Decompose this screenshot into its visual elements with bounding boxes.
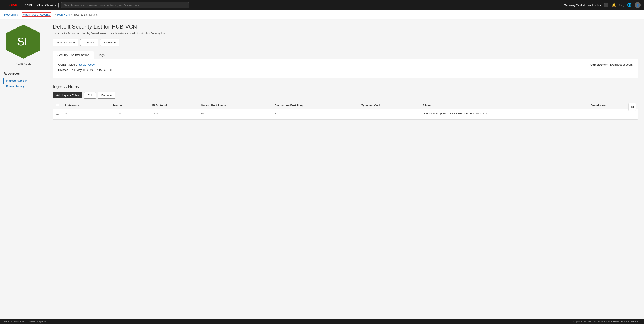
left-sidebar: SL AVAILABLE Resources Ingress Rules (4)… [0,19,47,124]
created-label: Created: [58,68,70,72]
add-tags-button[interactable]: Add tags [80,39,98,46]
breadcrumb-vcn[interactable]: Virtual cloud networks [22,12,51,17]
info-row-ocid: OCID: ...jyak5q Show Copy Compartment: I… [58,63,633,66]
resources-section: Resources Ingress Rules (4) Egress Rules… [4,72,44,89]
top-nav: ☰ ORACLE Cloud Cloud Classic › Germany C… [0,0,644,10]
nav-right: Germany Central (Frankfurt) ▾ ⬛ 🔔 ? 🌐 👤 [564,2,640,8]
ocid-show-link[interactable]: Show [79,63,86,66]
oracle-logo: ORACLE Cloud [10,4,32,7]
compartment-label: Compartment: [590,63,609,66]
help-icon[interactable]: ? [619,3,624,8]
globe-icon[interactable]: 🌐 [627,3,632,8]
hexagon-icon: SL [6,24,40,58]
resources-label: Resources [4,72,44,75]
breadcrumb-hubvcn[interactable]: HUB-VCN [57,13,70,16]
ocid-label: OCID: [58,63,66,66]
row-allows: TCP traffic for ports: 22 SSH Remote Log… [420,109,587,119]
terminate-button[interactable]: Terminate [100,39,119,46]
th-source: Source [110,102,150,109]
sort-arrow-icon: ▾ [78,104,79,106]
sidebar-item-ingress-rules[interactable]: Ingress Rules (4) [4,78,44,84]
table-header-row: Stateless ▾ Source IP Protocol Source Po… [53,102,638,109]
content-area: Default Security List for HUB-VCN Instan… [47,19,644,124]
avatar[interactable]: 👤 [634,2,640,8]
row-checkbox[interactable] [56,112,59,115]
search-input[interactable] [61,2,189,8]
resource-icon-container: SL [5,24,42,60]
row-checkbox-cell [53,109,62,119]
sidebar-item-egress-rules[interactable]: Egress Rules (1) [4,84,44,89]
created-block: Created: Thu, May 16, 2024, 07:15:04 UTC [58,68,112,72]
cloud-classic-button[interactable]: Cloud Classic › [34,2,58,8]
ocid-copy-link[interactable]: Copy [88,63,94,66]
th-allows: Allows [420,102,587,109]
th-dest-port-range: Destination Port Range [272,102,358,109]
row-source: 0.0.0.0/0 [110,109,150,119]
th-ip-protocol: IP Protocol [149,102,198,109]
row-source-port-range: All [198,109,272,119]
chevron-down-icon: ▾ [600,4,601,7]
row-dest-port-range: 22 [272,109,358,119]
page-title: Default Security List for HUB-VCN [53,24,638,30]
cursor-indicator: ↑ [52,14,54,16]
column-settings-button[interactable]: ⊞ [628,103,636,111]
th-checkbox [53,102,62,109]
row-ip-protocol: TCP [149,109,198,119]
monitor-icon[interactable]: ⬛ [604,3,608,8]
main-layout: SL AVAILABLE Resources Ingress Rules (4)… [0,19,644,124]
ocid-block: OCID: ...jyak5q Show Copy [58,63,94,66]
region-selector[interactable]: Germany Central (Frankfurt) ▾ [564,4,601,7]
th-stateless[interactable]: Stateless ▾ [62,102,110,109]
action-buttons: Move resource Add tags Terminate [53,39,638,46]
breadcrumb-networking[interactable]: Networking [4,13,18,16]
created-date: Thu, May 16, 2024, 07:15:04 UTC [70,68,112,72]
ingress-actions: Add Ingress Rules Edit Remove [53,92,638,99]
compartment-block: Compartment: IwanHoogendoorn [590,63,633,66]
status-badge: AVAILABLE [4,62,44,65]
compartment-name: IwanHoogendoorn [610,63,633,66]
breadcrumb-sep-3: › [71,13,72,16]
breadcrumb-sep-1: › [20,13,20,16]
info-panel: OCID: ...jyak5q Show Copy Compartment: I… [53,59,638,78]
breadcrumb-sep-2: › [55,13,56,16]
tab-tags[interactable]: Tags [94,51,109,59]
hamburger-icon[interactable]: ☰ [4,3,7,8]
grid-icon: ⊞ [631,105,634,109]
ocid-truncated: ...jyak5q [67,63,77,66]
th-type-and-code: Type and Code [358,102,420,109]
ingress-rules-table: Stateless ▾ Source IP Protocol Source Po… [53,102,638,119]
remove-button[interactable]: Remove [98,92,115,99]
edit-button[interactable]: Edit [84,92,96,99]
ingress-rules-table-container: Stateless ▾ Source IP Protocol Source Po… [53,101,638,120]
table-row: No 0.0.0.0/0 TCP All 22 TCP traffic for … [53,109,638,119]
select-all-checkbox[interactable] [56,104,59,106]
breadcrumb-current: Security List Details [73,13,98,16]
bell-icon[interactable]: 🔔 [612,3,616,8]
three-dot-menu-icon[interactable]: ⋮ [590,112,594,116]
row-stateless: No [62,109,110,119]
add-ingress-rules-button[interactable]: Add Ingress Rules [53,92,82,98]
tabs-bar: Security List Information Tags [53,51,638,59]
tab-security-list-information[interactable]: Security List Information [53,51,94,59]
page-subtitle: Instance traffic is controlled by firewa… [53,32,638,35]
row-type-and-code [358,109,420,119]
info-row-created: Created: Thu, May 16, 2024, 07:15:04 UTC [58,68,633,72]
ingress-section-title: Ingress Rules [53,84,638,89]
th-source-port-range: Source Port Range [198,102,272,109]
move-resource-button[interactable]: Move resource [53,39,78,46]
breadcrumb: Networking › Virtual cloud networks ↑ › … [0,10,644,19]
